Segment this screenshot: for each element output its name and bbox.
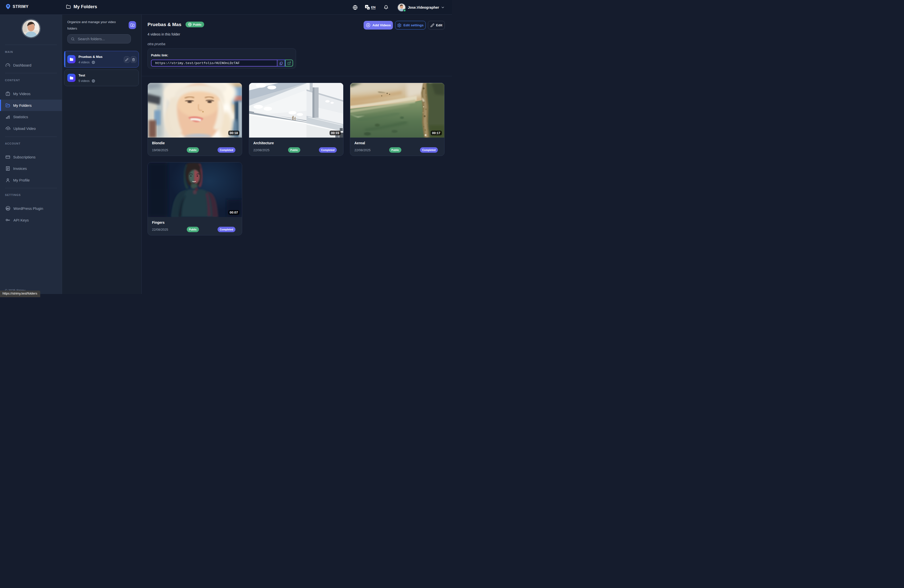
svg-text:s: s [368, 8, 369, 9]
